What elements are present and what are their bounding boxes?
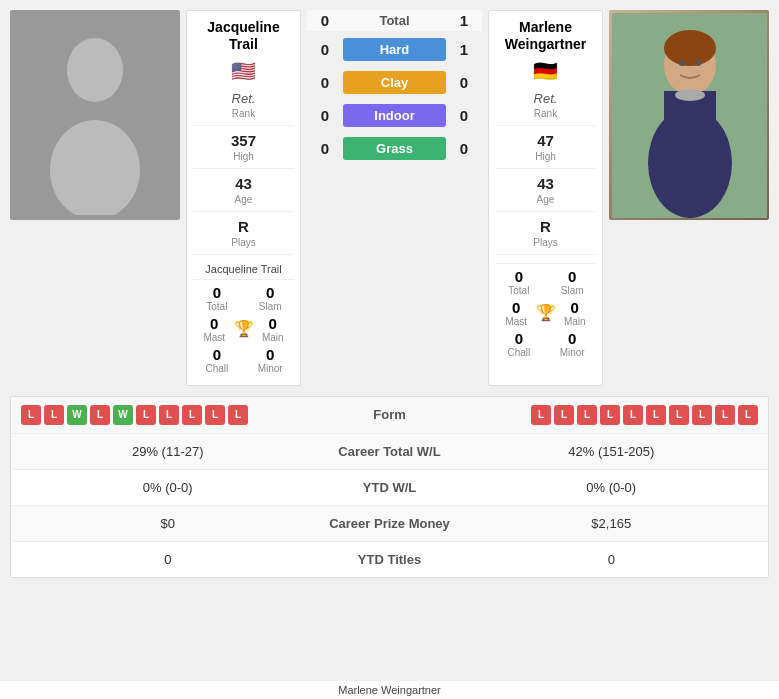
form-badge: L — [738, 405, 758, 425]
player2-rank-sub: Rank — [534, 108, 557, 119]
form-badge: L — [577, 405, 597, 425]
player1-minor-lbl: Minor — [258, 363, 283, 374]
stats-row: 0% (0-0) YTD W/L 0% (0-0) — [11, 470, 768, 506]
stats-p1-value: 0% (0-0) — [21, 480, 315, 495]
total-label: Total — [379, 13, 409, 28]
player2-slam-val: 0 — [568, 268, 576, 285]
stats-label: Career Total W/L — [315, 444, 465, 459]
grass-row: 0 Grass 0 — [307, 134, 482, 163]
player2-minor-val: 0 — [568, 330, 576, 347]
player2-mast-lbl: Mast — [505, 316, 527, 327]
form-badge: L — [44, 405, 64, 425]
form-badge: L — [205, 405, 225, 425]
hard-btn: Hard — [343, 38, 446, 61]
stats-row: 29% (11-27) Career Total W/L 42% (151-20… — [11, 434, 768, 470]
bottom-section: LLWLWLLLLL Form LLLLLLLLLL 29% (11-27) C… — [10, 396, 769, 578]
stats-p1-value: 0 — [21, 552, 315, 567]
total-row: 0 Total 1 — [307, 10, 482, 31]
hard-p2: 1 — [454, 41, 474, 58]
grass-btn: Grass — [343, 137, 446, 160]
player1-high-val: 357 — [231, 132, 256, 149]
stats-p2-value: 0% (0-0) — [465, 480, 759, 495]
form-badge: L — [600, 405, 620, 425]
form-badge: L — [646, 405, 666, 425]
stats-p2-value: $2,165 — [465, 516, 759, 531]
form-badge: L — [21, 405, 41, 425]
player1-age-val: 43 — [235, 175, 252, 192]
total-p2: 1 — [454, 12, 474, 29]
player2-chall-val: 0 — [515, 330, 523, 347]
player2-high-val: 47 — [537, 132, 554, 149]
form-badge: W — [113, 405, 133, 425]
stats-p2-value: 0 — [465, 552, 759, 567]
form-badge: W — [67, 405, 87, 425]
player2-mast-val: 0 — [512, 299, 520, 316]
player1-total-lbl: Total — [206, 301, 227, 312]
form-badge: L — [228, 405, 248, 425]
player2-plays-val: R — [540, 218, 551, 235]
indoor-p1: 0 — [315, 107, 335, 124]
player2-high-lbl: High — [535, 151, 556, 162]
player2-name: Marlene Weingartner — [495, 19, 596, 53]
player1-photo — [10, 10, 180, 220]
matches-column: 0 Total 1 0 Hard 1 0 Clay 0 0 Indoor 0 — [307, 10, 482, 386]
form-badge: L — [669, 405, 689, 425]
svg-point-10 — [675, 89, 705, 101]
svg-point-8 — [679, 60, 685, 66]
trophy-icon-left: 🏆 — [234, 319, 254, 338]
player1-name: Jacqueline Trail — [193, 19, 294, 53]
player1-total-val: 0 — [213, 284, 221, 301]
main-container: Jacqueline Trail 🇺🇸 Ret. Rank 357 High 4… — [0, 0, 779, 588]
form-center-label: Form — [315, 407, 465, 422]
player2-main-lbl: Main — [564, 316, 586, 327]
player2-age-lbl: Age — [537, 194, 555, 205]
top-section: Jacqueline Trail 🇺🇸 Ret. Rank 357 High 4… — [10, 10, 769, 386]
player2-main-val: 0 — [571, 299, 579, 316]
player2-chall-lbl: Chall — [507, 347, 530, 358]
clay-row: 0 Clay 0 — [307, 68, 482, 97]
form-left: LLWLWLLLLL — [21, 405, 315, 425]
player1-age-lbl: Age — [235, 194, 253, 205]
hard-row: 0 Hard 1 — [307, 35, 482, 64]
clay-btn: Clay — [343, 71, 446, 94]
player1-name-below: Jacqueline Trail — [205, 263, 281, 275]
indoor-p2: 0 — [454, 107, 474, 124]
grass-p1: 0 — [315, 140, 335, 157]
player1-slam-val: 0 — [266, 284, 274, 301]
form-right: LLLLLLLLLL — [465, 405, 759, 425]
stats-row: 0 YTD Titles 0 — [11, 542, 768, 577]
player1-chall-val: 0 — [213, 346, 221, 363]
clay-p1: 0 — [315, 74, 335, 91]
hard-p1: 0 — [315, 41, 335, 58]
svg-point-1 — [67, 38, 123, 102]
player2-card: Marlene Weingartner 🇩🇪 Ret. Rank 47 High… — [488, 10, 603, 386]
player1-plays-val: R — [238, 218, 249, 235]
player2-total-lbl: Total — [508, 285, 529, 296]
stats-p1-value: 29% (11-27) — [21, 444, 315, 459]
player1-slam-lbl: Slam — [259, 301, 282, 312]
player2-photo: Marlene Weingartner — [609, 10, 769, 220]
form-badge: L — [159, 405, 179, 425]
form-badge: L — [136, 405, 156, 425]
player2-age-val: 43 — [537, 175, 554, 192]
player1-mast-val: 0 — [210, 315, 218, 332]
indoor-row: 0 Indoor 0 — [307, 101, 482, 130]
player2-total-val: 0 — [515, 268, 523, 285]
form-badge: L — [692, 405, 712, 425]
player2-slam-lbl: Slam — [561, 285, 584, 296]
player2-flag: 🇩🇪 — [533, 59, 558, 83]
clay-p2: 0 — [454, 74, 474, 91]
trophy-icon-right: 🏆 — [536, 303, 556, 322]
player1-flag: 🇺🇸 — [231, 59, 256, 83]
player1-card: Jacqueline Trail 🇺🇸 Ret. Rank 357 High 4… — [186, 10, 301, 386]
indoor-btn: Indoor — [343, 104, 446, 127]
form-badge: L — [531, 405, 551, 425]
stats-label: YTD Titles — [315, 552, 465, 567]
player1-minor-val: 0 — [266, 346, 274, 363]
player1-plays-lbl: Plays — [231, 237, 255, 248]
form-badge: L — [90, 405, 110, 425]
stats-row: $0 Career Prize Money $2,165 — [11, 506, 768, 542]
player1-rank-label: Ret. — [232, 91, 256, 106]
form-badge: L — [182, 405, 202, 425]
player1-mast-lbl: Mast — [203, 332, 225, 343]
